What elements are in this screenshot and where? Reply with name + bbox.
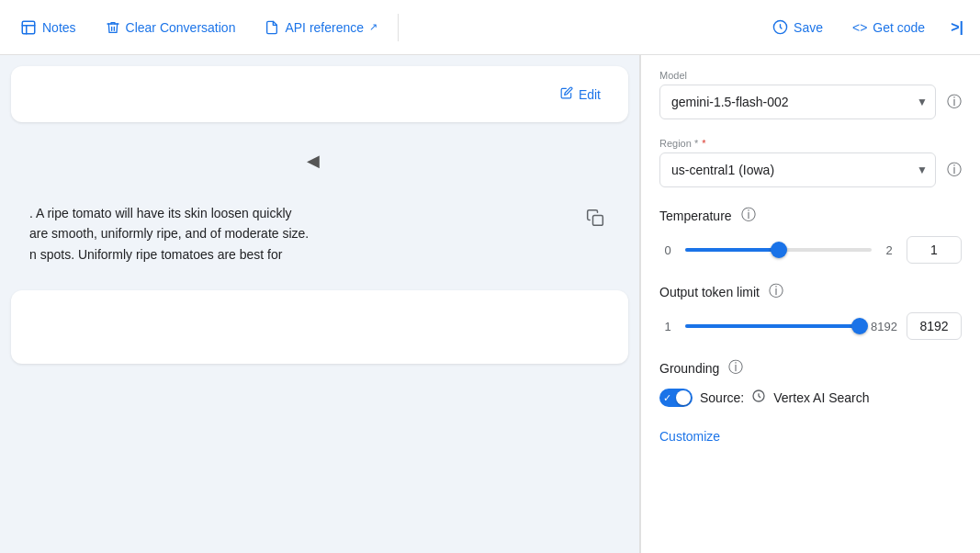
vertex-ai-label: Vertex AI Search <box>773 390 869 405</box>
response-text: . A ripe tomato will have its skin loose… <box>29 203 610 265</box>
temperature-max-label: 2 <box>881 243 897 257</box>
svg-rect-0 <box>22 21 35 34</box>
model-select[interactable]: gemini-1.5-flash-002gemini-1.5-pro-002ge… <box>660 85 935 118</box>
toolbar-divider <box>398 14 399 41</box>
main-layout: Edit ◀ . A ripe tomato will have its ski… <box>0 55 980 553</box>
token-limit-section: Output token limit ⓘ 1 8192 <box>659 282 962 340</box>
token-max-label: 8192 <box>871 320 897 333</box>
cursor-area: ◀ <box>0 133 639 188</box>
temperature-fill <box>685 248 779 252</box>
response-card: . A ripe tomato will have its skin loose… <box>11 188 628 279</box>
temperature-section: Temperature ⓘ 0 2 <box>659 206 962 264</box>
model-select-wrapper: gemini-1.5-flash-002gemini-1.5-pro-002ge… <box>659 85 936 119</box>
region-help-icon[interactable]: ⓘ <box>947 161 962 180</box>
token-min-label: 1 <box>659 320 676 333</box>
region-label: Region * <box>659 138 962 149</box>
grounding-title: Grounding ⓘ <box>659 358 962 378</box>
toolbar: Notes Clear Conversation API reference ↗ <box>0 0 980 55</box>
edit-button[interactable]: Edit <box>551 81 610 107</box>
temperature-thumb[interactable] <box>771 242 787 258</box>
token-limit-title: Output token limit ⓘ <box>659 282 962 301</box>
clear-conversation-button[interactable]: Clear Conversation <box>93 12 249 43</box>
grounding-label: Grounding <box>659 361 719 376</box>
api-label: API reference <box>285 20 364 35</box>
external-link-icon: ↗ <box>369 21 377 33</box>
clear-icon <box>106 19 120 36</box>
save-button[interactable]: Save <box>760 12 836 42</box>
grounding-section: Grounding ⓘ ✓ Source: <box>659 358 962 407</box>
save-label: Save <box>794 20 823 35</box>
cursor-indicator: ◀ <box>307 151 320 171</box>
svg-rect-4 <box>593 216 603 226</box>
edit-card: Edit <box>11 66 628 122</box>
vertex-icon <box>751 389 766 407</box>
toggle-check-icon: ✓ <box>663 390 671 405</box>
response-line-3: n spots. Uniformly ripe tomatoes are bes… <box>29 244 610 265</box>
toggle-knob <box>676 390 691 405</box>
region-field-group: Region * us-central1 (Iowa)us-east1europ… <box>659 138 962 187</box>
token-limit-label: Output token limit <box>659 285 760 299</box>
token-value-input[interactable] <box>907 312 962 340</box>
get-code-label: Get code <box>873 20 925 35</box>
model-select-row: gemini-1.5-flash-002gemini-1.5-pro-002ge… <box>659 85 962 119</box>
temperature-help-icon[interactable]: ⓘ <box>741 206 756 225</box>
notes-label: Notes <box>42 20 76 35</box>
grounding-help-icon[interactable]: ⓘ <box>728 358 743 378</box>
temperature-slider-track[interactable] <box>685 248 872 252</box>
copy-icon <box>586 214 604 230</box>
region-select-row: us-central1 (Iowa)us-east1europe-west1 ▼… <box>659 152 962 187</box>
toolbar-right-actions: Save <> Get code >| <box>760 12 973 43</box>
collapse-icon: >| <box>951 19 963 36</box>
api-reference-button[interactable]: API reference ↗ <box>252 12 390 43</box>
customize-button[interactable]: Customize <box>659 425 720 447</box>
api-icon <box>265 19 279 36</box>
edit-label: Edit <box>579 87 601 102</box>
temperature-title: Temperature ⓘ <box>659 206 962 225</box>
model-help-icon[interactable]: ⓘ <box>947 93 962 112</box>
region-select-wrapper: us-central1 (Iowa)us-east1europe-west1 ▼ <box>659 152 936 187</box>
grounding-toggle[interactable]: ✓ <box>659 389 693 407</box>
token-fill <box>685 324 860 328</box>
source-label: Source: <box>700 390 744 405</box>
get-code-button[interactable]: <> Get code <box>839 13 938 42</box>
notes-icon <box>20 19 37 36</box>
input-card <box>11 290 628 364</box>
response-line-2: are smooth, uniformly ripe, and of moder… <box>29 223 610 243</box>
grounding-source-row: ✓ Source: Vertex AI Search <box>659 389 962 407</box>
response-line-1: . A ripe tomato will have its skin loose… <box>29 203 610 223</box>
clear-label: Clear Conversation <box>126 20 236 35</box>
temperature-label: Temperature <box>659 209 732 223</box>
temperature-slider-row: 0 2 <box>659 236 962 264</box>
content-area: Edit ◀ . A ripe tomato will have its ski… <box>0 55 639 553</box>
model-field-group: Model gemini-1.5-flash-002gemini-1.5-pro… <box>659 70 962 119</box>
token-slider-row: 1 8192 <box>659 312 962 340</box>
edit-icon <box>560 86 573 102</box>
token-slider-track[interactable] <box>685 324 862 328</box>
save-icon <box>772 19 788 35</box>
token-thumb[interactable] <box>851 318 868 334</box>
temperature-min-label: 0 <box>659 243 676 257</box>
copy-button[interactable] <box>580 203 610 236</box>
region-select[interactable]: us-central1 (Iowa)us-east1europe-west1 <box>660 153 935 186</box>
right-panel: Model gemini-1.5-flash-002gemini-1.5-pro… <box>640 55 980 553</box>
customize-label: Customize <box>659 429 720 444</box>
temperature-value-input[interactable] <box>907 236 962 264</box>
collapse-panel-button[interactable]: >| <box>941 12 973 43</box>
model-label: Model <box>659 70 962 81</box>
get-code-icon: <> <box>852 20 867 35</box>
notes-button[interactable]: Notes <box>7 12 89 43</box>
token-limit-help-icon[interactable]: ⓘ <box>769 282 783 301</box>
